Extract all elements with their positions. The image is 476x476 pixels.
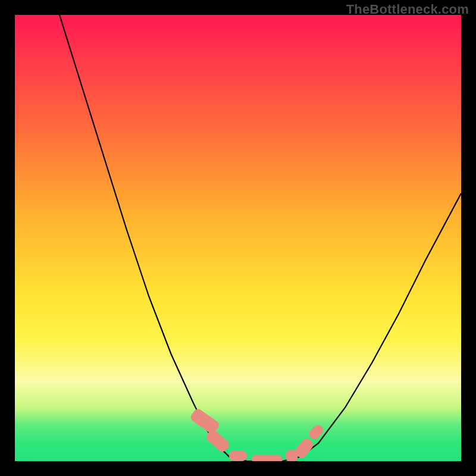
bottleneck-curve xyxy=(15,15,461,461)
plot-area xyxy=(15,15,461,461)
chart-frame: TheBottleneck.com xyxy=(0,0,476,476)
watermark-text: TheBottleneck.com xyxy=(346,2,469,17)
